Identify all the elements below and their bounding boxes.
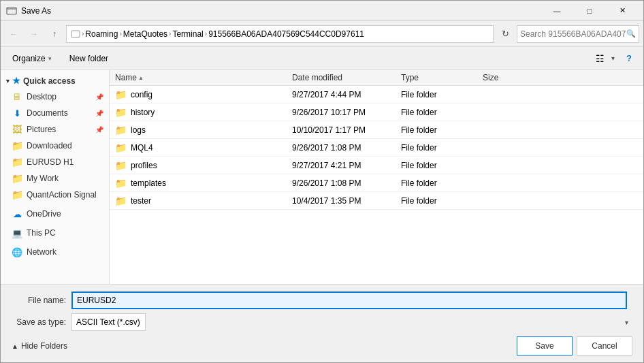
folder-icon: 📁 — [115, 89, 127, 100]
content-area: Name ▲ Date modified Type Size — [110, 70, 643, 284]
column-date-modified[interactable]: Date modified — [292, 73, 390, 82]
mywork-folder-icon: 📁 — [12, 173, 22, 184]
documents-icon: ⬇ — [12, 108, 22, 119]
file-list-header: Name ▲ Date modified Type Size — [110, 70, 643, 86]
new-folder-button[interactable]: New folder — [63, 50, 114, 67]
save-button[interactable]: Save — [517, 336, 573, 356]
save-as-dialog: Save As — □ ✕ ← → ↑ › Roaming › MetaQuot… — [0, 0, 644, 363]
sidebar-item-mywork[interactable]: 📁 My Work — [1, 170, 109, 187]
quick-access-star-icon: ★ — [12, 76, 20, 86]
breadcrumb-roaming[interactable]: Roaming — [85, 29, 118, 39]
breadcrumb-bar[interactable]: › Roaming › MetaQuotes › Terminal › 9155… — [66, 25, 494, 43]
bottom-bar: File name: Save as type: ASCII Text (*.c… — [1, 284, 643, 362]
table-row[interactable]: 📁 config 9/27/2017 4:44 PM File folder — [110, 86, 643, 104]
sidebar: ▾ ★ Quick access 🖥 Desktop 📌 ⬇ Documents… — [1, 70, 110, 284]
filetype-label: Save as type: — [12, 317, 66, 327]
folder-icon: 📁 — [115, 178, 127, 189]
organize-button[interactable]: Organize ▾ — [6, 50, 58, 67]
chevron-left-icon: ▲ — [12, 343, 18, 350]
pin-icon: 📌 — [95, 126, 103, 133]
sidebar-item-documents[interactable]: ⬇ Documents 📌 — [1, 105, 109, 121]
pin-icon: 📌 — [95, 93, 103, 101]
table-row[interactable]: 📁 history 9/26/2017 10:17 PM File folder — [110, 104, 643, 121]
filetype-select-wrapper: ASCII Text (*.csv) ▾ — [71, 313, 632, 331]
search-icon: 🔍 — [626, 29, 636, 38]
table-row[interactable]: 📁 MQL4 9/26/2017 1:08 PM File folder — [110, 139, 643, 157]
sidebar-item-network[interactable]: 🌐 Network — [1, 244, 109, 260]
up-button[interactable]: ↑ — [46, 25, 63, 43]
filename-input[interactable] — [71, 291, 627, 309]
sidebar-item-desktop[interactable]: 🖥 Desktop 📌 — [1, 89, 109, 105]
column-name[interactable]: Name ▲ — [115, 73, 281, 82]
sidebar-item-onedrive[interactable]: ☁ OneDrive — [1, 206, 109, 222]
close-button[interactable]: ✕ — [607, 1, 638, 21]
column-type[interactable]: Type — [401, 73, 472, 82]
view-dropdown-arrow-icon: ▾ — [611, 54, 615, 62]
main-area: ▾ ★ Quick access 🖥 Desktop 📌 ⬇ Documents… — [1, 70, 643, 284]
breadcrumb-metaquotes[interactable]: MetaQuotes — [123, 29, 167, 39]
search-input[interactable] — [520, 29, 626, 39]
filetype-row: Save as type: ASCII Text (*.csv) ▾ — [12, 313, 632, 331]
organize-chevron-icon: ▾ — [48, 55, 52, 62]
action-buttons: Save Cancel — [517, 336, 632, 356]
filename-row: File name: — [12, 291, 632, 309]
title-bar: Save As — □ ✕ — [1, 1, 643, 21]
hide-folders-button[interactable]: ▲ Hide Folders — [12, 341, 67, 351]
view-options: ☷ ▾ — [590, 50, 615, 67]
computer-icon: 💻 — [12, 227, 22, 238]
onedrive-icon: ☁ — [12, 208, 22, 219]
quantaction-folder-icon: 📁 — [12, 189, 22, 200]
network-icon: 🌐 — [12, 247, 22, 257]
quick-access-chevron-icon: ▾ — [6, 78, 10, 84]
folder-icon: 📁 — [115, 142, 127, 153]
folder-icon: 📁 — [115, 107, 127, 118]
table-row[interactable]: 📁 profiles 9/27/2017 4:21 PM File folder — [110, 157, 643, 174]
sort-arrow-icon: ▲ — [138, 75, 144, 81]
folder-icon: 📁 — [115, 195, 127, 206]
sidebar-item-downloaded[interactable]: 📁 Downloaded — [1, 138, 109, 154]
second-toolbar: Organize ▾ New folder ☷ ▾ ? — [1, 47, 643, 70]
breadcrumb-guid[interactable]: 915566BA06ADA407569C544CC0D97611 — [208, 29, 364, 39]
sidebar-item-quantaction[interactable]: 📁 QuantAction Signal — [1, 187, 109, 203]
view-toggle-button[interactable]: ☷ — [590, 50, 610, 67]
column-size[interactable]: Size — [483, 73, 526, 82]
breadcrumb-item[interactable] — [71, 29, 80, 39]
pictures-icon: 🖼 — [12, 124, 22, 135]
select-arrow-icon: ▾ — [625, 319, 628, 326]
minimize-button[interactable]: — — [541, 1, 573, 21]
svg-rect-1 — [71, 31, 80, 37]
nav-toolbar: ← → ↑ › Roaming › MetaQuotes › Terminal … — [1, 21, 643, 47]
table-row[interactable]: 📁 tester 10/4/2017 1:35 PM File folder — [110, 192, 643, 210]
table-row[interactable]: 📁 templates 9/26/2017 1:08 PM File folde… — [110, 174, 643, 192]
back-button[interactable]: ← — [5, 25, 22, 43]
action-row: ▲ Hide Folders Save Cancel — [12, 336, 632, 356]
folder-icon: 📁 — [115, 125, 127, 136]
filename-label: File name: — [12, 296, 66, 305]
help-button[interactable]: ? — [620, 50, 638, 67]
eurusd-folder-icon: 📁 — [12, 157, 22, 168]
quick-access-header[interactable]: ▾ ★ Quick access — [1, 73, 109, 89]
pin-icon: 📌 — [95, 110, 103, 117]
breadcrumb-terminal[interactable]: Terminal — [172, 29, 203, 39]
sidebar-item-pictures[interactable]: 🖼 Pictures 📌 — [1, 121, 109, 138]
cancel-button[interactable]: Cancel — [577, 336, 632, 356]
forward-button[interactable]: → — [25, 25, 43, 43]
maximize-button[interactable]: □ — [574, 1, 605, 21]
desktop-icon: 🖥 — [12, 91, 22, 102]
table-row[interactable]: 📁 logs 10/10/2017 1:17 PM File folder — [110, 121, 643, 139]
search-bar[interactable]: 🔍 — [517, 25, 639, 43]
folder-icon: 📁 — [115, 160, 127, 171]
dialog-title: Save As — [21, 6, 541, 16]
downloaded-folder-icon: 📁 — [12, 140, 22, 151]
sidebar-item-eurusd[interactable]: 📁 EURUSD H1 — [1, 154, 109, 170]
dialog-icon — [6, 5, 17, 16]
sidebar-item-thispc[interactable]: 💻 This PC — [1, 225, 109, 241]
filetype-select[interactable]: ASCII Text (*.csv) — [71, 313, 146, 331]
window-controls: — □ ✕ — [541, 1, 638, 21]
refresh-button[interactable]: ↻ — [496, 25, 514, 43]
